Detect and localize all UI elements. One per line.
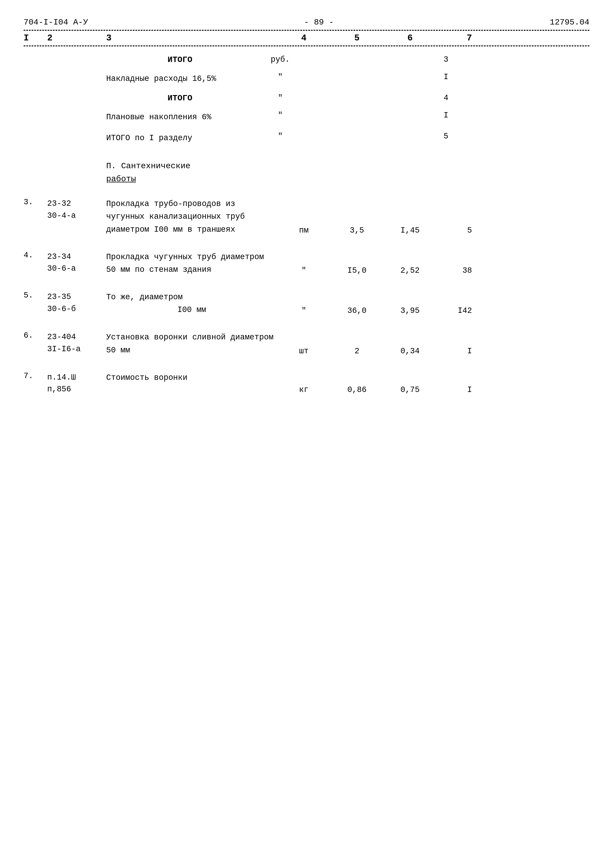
- data-row-5: 5. 23-35 30-6-б То же, диаметром I00 мм …: [23, 291, 590, 316]
- data-row-6: 6. 23-404 3I-I6-а Установка воронки слив…: [23, 331, 590, 356]
- summary-total-5: 5: [413, 132, 448, 141]
- row-3-code-2: 30-4-а: [47, 210, 106, 222]
- section-title-row: П. Сантехнические работы: [23, 160, 590, 186]
- row-4-qty: I5,0: [330, 266, 384, 276]
- row-5-desc: То же, диаметром I00 мм: [106, 291, 277, 316]
- summary-total-4: I: [413, 111, 448, 120]
- summary-label-5: ИТОГО по I разделу: [106, 132, 254, 145]
- col-header-7: 7: [437, 33, 472, 43]
- row-7-code-1: п.14.Ш: [47, 372, 106, 384]
- row-3-code: 23-32 30-4-а: [47, 198, 106, 222]
- col-header-5: 5: [330, 33, 384, 43]
- column-headers: I 2 3 4 5 6 7: [23, 33, 590, 43]
- row-5-desc-line2: I00 мм: [106, 304, 277, 316]
- row-5-total: I42: [437, 306, 472, 316]
- page-header: 704-I-I04 А-У - 89 - 12795.04: [23, 18, 590, 27]
- row-5-price: 3,95: [384, 306, 437, 316]
- header-center: - 89 -: [304, 18, 334, 27]
- row-7-price: 0,75: [384, 386, 437, 395]
- row-7-code: п.14.Ш п,856: [47, 372, 106, 395]
- row-3-price: I,45: [384, 226, 437, 236]
- data-rows: 3. 23-32 30-4-а Прокладка трубо-проводов…: [23, 198, 590, 395]
- summary-label-4: Плановые накопления 6%: [106, 111, 254, 124]
- summary-label-3: ИТОГО: [106, 93, 254, 103]
- row-4-price: 2,52: [384, 266, 437, 276]
- row-6-total: I: [437, 347, 472, 357]
- data-row-4: 4. 23-34 30-6-а Прокладка чугунных труб …: [23, 251, 590, 276]
- summary-row-4: Плановые накопления 6% " I: [23, 111, 590, 124]
- col-header-2: 2: [47, 33, 106, 43]
- summary-total-1: 3: [413, 55, 448, 64]
- row-6-code-1: 23-404: [47, 331, 106, 343]
- row-4-unit: ": [277, 266, 330, 276]
- data-row-7: 7. п.14.Ш п,856 Стоимость воронки кг 0,8…: [23, 372, 590, 395]
- summary-label-1: ИТОГО: [106, 55, 254, 64]
- row-6-desc: Установка воронки сливной диаметром 50 м…: [106, 331, 277, 356]
- summary-unit-2: ": [254, 73, 307, 81]
- row-5-unit: ": [277, 306, 330, 316]
- row-4-num: 4.: [23, 251, 47, 260]
- row-4-code: 23-34 30-6-а: [47, 251, 106, 275]
- data-row-3: 3. 23-32 30-4-а Прокладка трубо-проводов…: [23, 198, 590, 236]
- row-4-desc: Прокладка чугунных труб диаметром 50 мм …: [106, 251, 277, 276]
- summary-unit-3: ": [254, 93, 307, 102]
- header-right: 12795.04: [550, 18, 590, 27]
- row-7-desc: Стоимость воронки: [106, 372, 277, 384]
- summary-label-2: Накладные расходы 16,5%: [106, 73, 254, 85]
- row-7-num: 7.: [23, 372, 47, 380]
- summary-row-3: ИТОГО " 4: [23, 93, 590, 103]
- row-5-qty: 36,0: [330, 306, 384, 316]
- row-6-price: 0,34: [384, 347, 437, 357]
- row-5-code-2: 30-6-б: [47, 303, 106, 315]
- row-4-total: 38: [437, 266, 472, 276]
- row-4-code-2: 30-6-а: [47, 263, 106, 275]
- summary-row-1: ИТОГО руб. 3: [23, 55, 590, 64]
- section-title: П. Сантехнические работы: [106, 160, 190, 186]
- row-3-unit: пм: [277, 226, 330, 236]
- summary-row-2: Накладные расходы 16,5% " I: [23, 73, 590, 85]
- header-divider: [23, 45, 590, 46]
- summary-unit-4: ": [254, 111, 307, 120]
- col-header-1: I: [23, 33, 47, 43]
- row-3-desc: Прокладка трубо-проводов из чугунных кан…: [106, 198, 277, 236]
- row-3-total: 5: [437, 226, 472, 236]
- row-7-unit: кг: [277, 386, 330, 395]
- row-7-code-2: п,856: [47, 383, 106, 395]
- col-header-6: 6: [384, 33, 437, 43]
- row-7-total: I: [437, 386, 472, 395]
- summary-total-2: I: [413, 73, 448, 81]
- summary-row-5: ИТОГО по I разделу " 5: [23, 132, 590, 145]
- summary-total-3: 4: [413, 93, 448, 102]
- row-5-code-1: 23-35: [47, 291, 106, 303]
- row-7-qty: 0,86: [330, 386, 384, 395]
- summary-unit-1: руб.: [254, 55, 307, 64]
- row-3-code-1: 23-32: [47, 198, 106, 210]
- row-6-code: 23-404 3I-I6-а: [47, 331, 106, 355]
- row-6-num: 6.: [23, 331, 47, 340]
- row-5-code: 23-35 30-6-б: [47, 291, 106, 315]
- row-5-num: 5.: [23, 291, 47, 300]
- col-header-4: 4: [277, 33, 330, 43]
- top-divider: [23, 30, 590, 31]
- col-header-3: 3: [106, 33, 277, 43]
- row-3-num: 3.: [23, 198, 47, 206]
- header-left: 704-I-I04 А-У: [23, 18, 88, 27]
- row-6-qty: 2: [330, 347, 384, 357]
- row-3-qty: 3,5: [330, 226, 384, 236]
- row-4-code-1: 23-34: [47, 251, 106, 263]
- summary-unit-5: ": [254, 132, 307, 141]
- row-6-code-2: 3I-I6-а: [47, 343, 106, 355]
- summary-section: ИТОГО руб. 3 Накладные расходы 16,5% " I…: [23, 55, 590, 395]
- row-6-unit: шт: [277, 347, 330, 357]
